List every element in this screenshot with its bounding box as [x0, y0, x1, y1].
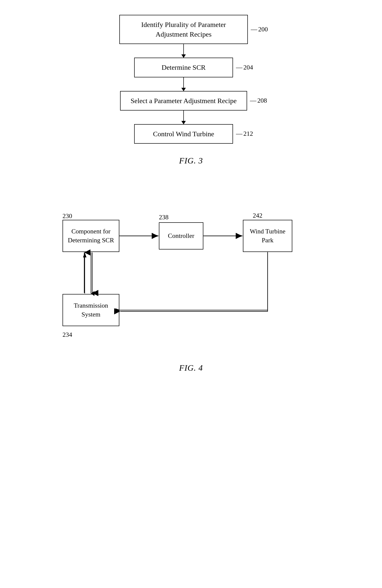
fig3-container: Identify Plurality of Parameter Adjustme… [0, 15, 382, 185]
arrow-208-212 [183, 111, 184, 124]
arrow-200-204 [183, 44, 184, 58]
flow-step-212: Control Wind Turbine 212 [134, 124, 233, 144]
box-200: Identify Plurality of Parameter Adjustme… [119, 15, 248, 44]
label-200: 200 [251, 26, 268, 33]
box-208: Select a Parameter Adjustment Recipe [120, 91, 247, 111]
arrow-242-234 [120, 252, 268, 310]
fig3-caption: FIG. 3 [179, 156, 203, 165]
flow-step-208: Select a Parameter Adjustment Recipe 208 [120, 91, 247, 111]
box-212: Control Wind Turbine [134, 124, 233, 144]
arrow-204-208 [183, 77, 184, 91]
fig4-container: Component for Determining SCR 230 Contro… [0, 200, 382, 392]
label-212: 212 [236, 130, 253, 137]
fig4-wrapper: Component for Determining SCR 230 Contro… [55, 200, 327, 351]
flow-step-200: Identify Plurality of Parameter Adjustme… [119, 15, 248, 44]
label-204: 204 [236, 64, 253, 71]
flowchart: Identify Plurality of Parameter Adjustme… [119, 15, 248, 144]
label-208: 208 [250, 97, 267, 104]
fig4-caption: FIG. 4 [179, 363, 203, 373]
page: Identify Plurality of Parameter Adjustme… [0, 0, 382, 588]
fig4-arrows [55, 200, 327, 351]
box-204: Determine SCR [134, 58, 233, 77]
flow-step-204: Determine SCR 204 [134, 58, 233, 77]
